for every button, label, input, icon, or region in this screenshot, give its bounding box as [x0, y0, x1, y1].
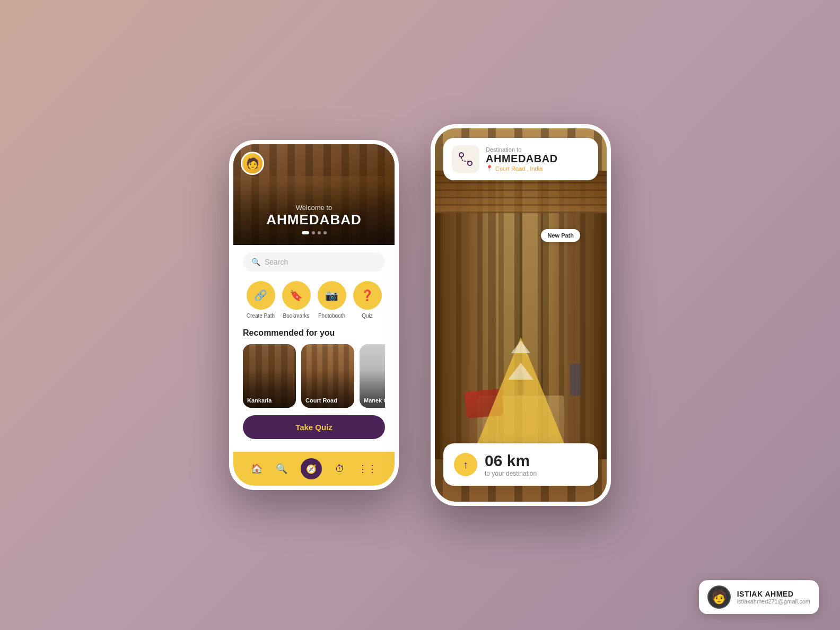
location-text: Court Road , India [495, 165, 542, 172]
phone-home: 🧑 Welcome to AHMEDABAD 🔍 [229, 140, 399, 490]
svg-point-1 [468, 161, 472, 165]
distance-value: 06 km [485, 452, 588, 470]
hero-welcome: Welcome to [266, 204, 361, 212]
quiz-icon: ❓ [353, 281, 382, 310]
action-create-path[interactable]: 🔗 Create Path [247, 281, 275, 319]
distance-subtitle: to your destination [485, 470, 588, 477]
destination-info: Destination to AHMEDABAD 📍 Court Road , … [486, 146, 590, 172]
take-quiz-button[interactable]: Take Quiz [243, 415, 385, 439]
create-path-label: Create Path [247, 313, 275, 319]
nav-screen: Destination to AHMEDABAD 📍 Court Road , … [435, 128, 607, 502]
avatar[interactable]: 🧑 [241, 152, 264, 175]
place-kankaria-label: Kankaria [247, 397, 272, 404]
search-placeholder: Search [265, 258, 288, 266]
new-path-badge: New Path [541, 229, 580, 242]
home-content: 🔍 Search 🔗 Create Path 🔖 Bookmarks 📷 [233, 245, 395, 452]
phone-navigation: Destination to AHMEDABAD 📍 Court Road , … [431, 124, 611, 506]
distance-card: ↑ 06 km to your destination [443, 443, 598, 486]
quick-actions: 🔗 Create Path 🔖 Bookmarks 📷 Photobooth ❓… [243, 281, 385, 319]
watermark-text: ISTIAK AHMED istiakahmed271@gmail.com [737, 590, 810, 605]
place-kankaria[interactable]: Kankaria [243, 344, 296, 408]
nav-history-icon[interactable]: ⏱ [335, 463, 345, 475]
hero-dots [266, 231, 361, 234]
nav-search-icon[interactable]: 🔍 [276, 463, 287, 475]
bookmarks-icon: 🔖 [282, 281, 311, 310]
location-pin-icon: 📍 [486, 165, 493, 172]
route-icon-box [452, 145, 479, 173]
svg-point-0 [459, 153, 463, 157]
ar-arrow-near [508, 363, 533, 380]
hero-text: Welcome to AHMEDABAD [266, 204, 361, 234]
bottom-nav: 🏠 🔍 🧭 ⏱ ⋮⋮ [233, 452, 395, 486]
nav-home-icon[interactable]: 🏠 [251, 463, 262, 475]
place-court-road[interactable]: Court Road [301, 344, 354, 408]
watermark-avatar: 🧑 [707, 585, 731, 609]
action-photobooth[interactable]: 📷 Photobooth [318, 281, 346, 319]
distance-info: 06 km to your destination [485, 452, 588, 477]
destination-city: AHMEDABAD [486, 153, 590, 165]
hero-banner: 🧑 Welcome to AHMEDABAD [233, 144, 395, 245]
bookmarks-label: Bookmarks [283, 313, 309, 319]
dot-1 [302, 231, 309, 234]
ar-arrow-far [511, 340, 530, 353]
search-icon: 🔍 [251, 258, 260, 266]
watermark-email: istiakahmed271@gmail.com [737, 598, 810, 605]
hero-city: AHMEDABAD [266, 212, 361, 228]
section-recommended: Recommended for you [243, 328, 385, 338]
place-manek-label: Manek Ch... [364, 397, 385, 404]
create-path-icon: 🔗 [247, 281, 275, 310]
destination-location: 📍 Court Road , India [486, 165, 590, 172]
route-icon [457, 151, 474, 168]
nav-grid-icon[interactable]: ⋮⋮ [358, 463, 377, 475]
dot-2 [312, 231, 315, 234]
destination-card: Destination to AHMEDABAD 📍 Court Road , … [443, 138, 598, 180]
ar-path-overlay [473, 337, 568, 454]
watermark: 🧑 ISTIAK AHMED istiakahmed271@gmail.com [699, 580, 819, 614]
action-bookmarks[interactable]: 🔖 Bookmarks [282, 281, 311, 319]
search-bar[interactable]: 🔍 Search [243, 252, 385, 272]
phones-container: 🧑 Welcome to AHMEDABAD 🔍 [229, 124, 611, 506]
photobooth-icon: 📷 [318, 281, 346, 310]
watermark-name: ISTIAK AHMED [737, 590, 810, 598]
places-row: Kankaria Court Road Manek Ch... [243, 344, 385, 408]
photobooth-label: Photobooth [318, 313, 345, 319]
place-manek-chowk[interactable]: Manek Ch... [360, 344, 385, 408]
direction-arrow-icon: ↑ [454, 453, 477, 476]
nav-compass-active[interactable]: 🧭 [301, 458, 322, 479]
place-court-road-label: Court Road [305, 397, 337, 404]
quiz-label: Quiz [362, 313, 373, 319]
dot-3 [318, 231, 321, 234]
action-quiz[interactable]: ❓ Quiz [353, 281, 382, 319]
dot-4 [323, 231, 327, 234]
destination-label: Destination to [486, 146, 590, 153]
